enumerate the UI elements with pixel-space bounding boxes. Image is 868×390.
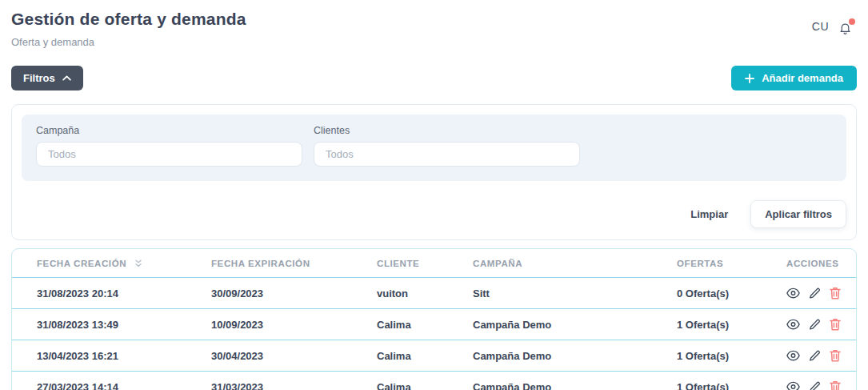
- cell-acciones: [786, 372, 856, 390]
- trash-icon: [830, 318, 841, 331]
- filters-fields-area: Campaña Clientes: [22, 115, 846, 181]
- pencil-icon: [809, 319, 821, 331]
- edit-action-button[interactable]: [809, 350, 821, 362]
- add-demand-button[interactable]: Añadir demanda: [731, 66, 857, 90]
- notification-badge: [849, 18, 855, 25]
- edit-action-button[interactable]: [809, 287, 821, 300]
- cell-ofertas: 1 Oferta(s): [677, 309, 786, 340]
- clear-filters-button[interactable]: Limpiar: [690, 208, 728, 220]
- cell-ofertas: 1 Oferta(s): [677, 372, 786, 390]
- view-action-button[interactable]: [786, 319, 800, 330]
- filters-button-label: Filtros: [23, 72, 55, 84]
- cell-campana: Sitt: [473, 278, 677, 309]
- toolbar: Filtros Añadir demanda: [11, 66, 857, 90]
- cell-acciones: [786, 340, 856, 372]
- cell-fecha-expiracion: 30/09/2023: [211, 278, 377, 309]
- table-header: FECHA CREACIÓN FECHA EXPIRACIÓN CLIENTE …: [12, 249, 856, 278]
- clients-field: Clientes: [314, 125, 580, 167]
- eye-icon: [786, 350, 800, 361]
- header-user-area: CU: [812, 18, 852, 35]
- chevron-up-icon: [62, 75, 71, 81]
- campaign-field-label: Campaña: [36, 125, 302, 136]
- table-body: 31/08/2023 20:14 30/09/2023 vuiton Sitt …: [12, 278, 856, 390]
- table-row: 31/08/2023 20:14 30/09/2023 vuiton Sitt …: [12, 278, 856, 309]
- cell-acciones: [786, 278, 856, 309]
- edit-action-button[interactable]: [809, 319, 821, 331]
- page-title: Gestión de oferta y demanda: [11, 10, 857, 29]
- pencil-icon: [809, 350, 821, 362]
- cell-ofertas: 1 Oferta(s): [677, 340, 786, 372]
- eye-icon: [786, 319, 800, 330]
- cell-campana: Campaña Demo: [473, 309, 677, 340]
- view-action-button[interactable]: [786, 287, 800, 299]
- demand-table: FECHA CREACIÓN FECHA EXPIRACIÓN CLIENTE …: [12, 249, 856, 390]
- trash-icon: [830, 287, 841, 300]
- table-row: 27/03/2023 14:14 31/03/2023 Calima Campa…: [12, 372, 856, 390]
- pencil-icon: [809, 381, 821, 390]
- campaign-field: Campaña: [36, 125, 302, 167]
- cell-fecha-creacion: 31/08/2023 13:49: [12, 309, 211, 340]
- cell-cliente: vuiton: [377, 278, 473, 309]
- delete-action-button[interactable]: [830, 287, 841, 300]
- delete-action-button[interactable]: [830, 318, 841, 331]
- cell-fecha-expiracion: 31/03/2023: [211, 372, 377, 390]
- trash-icon: [830, 349, 841, 362]
- filters-panel: Campaña Clientes Limpiar Aplicar filtros: [11, 104, 857, 240]
- cell-cliente: Calima: [377, 309, 473, 340]
- cell-campana: Campaña Demo: [473, 340, 677, 372]
- cell-campana: Campaña Demo: [473, 372, 677, 390]
- table-row: 31/08/2023 13:49 10/09/2023 Calima Campa…: [12, 309, 856, 340]
- pencil-icon: [809, 287, 821, 300]
- column-header-campana[interactable]: CAMPAÑA: [473, 249, 677, 278]
- column-header-cliente[interactable]: CLIENTE: [377, 249, 473, 278]
- cell-fecha-creacion: 13/04/2023 16:21: [12, 340, 211, 372]
- edit-action-button[interactable]: [809, 381, 821, 390]
- column-header-acciones: ACCIONES: [786, 249, 856, 278]
- cell-cliente: Calima: [377, 340, 473, 372]
- delete-action-button[interactable]: [830, 349, 841, 362]
- clients-field-label: Clientes: [314, 125, 580, 136]
- apply-filters-button[interactable]: Aplicar filtros: [750, 200, 846, 228]
- trash-icon: [830, 380, 841, 390]
- filters-footer: Limpiar Aplicar filtros: [12, 191, 856, 239]
- column-header-ofertas[interactable]: OFERTAS: [677, 249, 786, 278]
- column-header-fecha-creacion[interactable]: FECHA CREACIÓN: [12, 249, 211, 278]
- cell-fecha-creacion: 31/08/2023 20:14: [12, 278, 211, 309]
- eye-icon: [786, 287, 800, 299]
- campaign-input[interactable]: [36, 142, 302, 167]
- cell-fecha-expiracion: 10/09/2023: [211, 309, 377, 340]
- breadcrumb: Oferta y demanda: [11, 36, 857, 48]
- column-header-fecha-expiracion[interactable]: FECHA EXPIRACIÓN: [211, 249, 377, 278]
- table-row: 13/04/2023 16:21 30/04/2023 Calima Campa…: [12, 340, 856, 372]
- cell-ofertas: 0 Oferta(s): [677, 278, 786, 309]
- add-demand-label: Añadir demanda: [762, 72, 843, 84]
- demand-table-card: FECHA CREACIÓN FECHA EXPIRACIÓN CLIENTE …: [11, 248, 857, 390]
- cell-fecha-creacion: 27/03/2023 14:14: [12, 372, 211, 390]
- cell-cliente: Calima: [377, 372, 473, 390]
- eye-icon: [786, 381, 800, 390]
- view-action-button[interactable]: [786, 381, 800, 390]
- delete-action-button[interactable]: [830, 380, 841, 390]
- offer-demand-page: Gestión de oferta y demanda Oferta y dem…: [0, 0, 868, 390]
- user-initials[interactable]: CU: [812, 20, 829, 33]
- cell-fecha-expiracion: 30/04/2023: [211, 340, 377, 372]
- sort-descending-icon[interactable]: [134, 259, 143, 268]
- notifications-bell-icon[interactable]: [838, 21, 852, 35]
- view-action-button[interactable]: [786, 350, 800, 361]
- clients-input[interactable]: [314, 142, 580, 167]
- cell-acciones: [786, 309, 856, 340]
- plus-icon: [745, 74, 754, 83]
- filters-toggle-button[interactable]: Filtros: [11, 66, 83, 90]
